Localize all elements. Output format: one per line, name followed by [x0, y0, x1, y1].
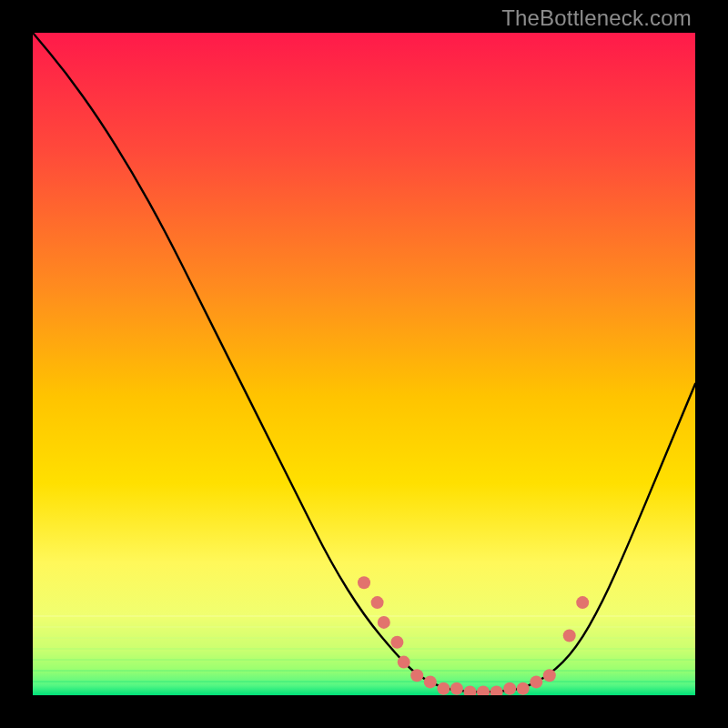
data-point [398, 656, 410, 669]
data-point [450, 682, 463, 695]
data-point [410, 669, 423, 682]
gradient-background [33, 33, 695, 695]
chart-svg [33, 33, 695, 695]
chart-frame [33, 33, 695, 695]
svg-rect-4 [33, 659, 695, 661]
plot-area [33, 33, 695, 695]
svg-rect-5 [33, 670, 695, 672]
data-point [530, 675, 542, 688]
data-point [517, 682, 530, 695]
data-point [371, 596, 384, 609]
watermark-text: TheBottleneck.com [501, 5, 692, 31]
data-point [437, 682, 450, 695]
svg-rect-3 [33, 648, 695, 650]
data-point [563, 630, 576, 642]
data-point [543, 669, 556, 682]
data-point [358, 576, 370, 589]
data-point [390, 636, 403, 649]
data-point [576, 596, 589, 609]
data-point [503, 682, 516, 695]
svg-rect-2 [33, 637, 695, 639]
data-point [378, 616, 390, 629]
data-point [424, 675, 437, 688]
svg-rect-1 [33, 626, 695, 628]
svg-rect-6 [33, 681, 695, 682]
